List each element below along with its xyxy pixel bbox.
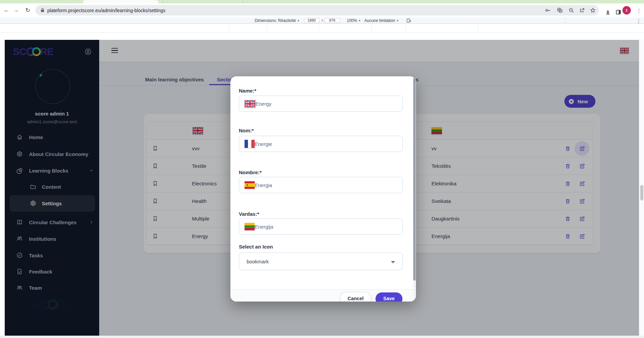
active-tab-remnant[interactable]	[83, 0, 159, 3]
icon-select-label: Select an Icon	[239, 244, 273, 250]
vardas-label: Vardas:*	[239, 211, 259, 217]
edit-sector-modal: Name:* Energy Nom:* Energie Nombre:* Ene	[230, 76, 416, 302]
france-flag-icon	[245, 140, 255, 148]
download-icon[interactable]	[605, 9, 611, 15]
password-key-icon[interactable]	[545, 7, 551, 13]
bookmark-star-icon[interactable]	[590, 7, 596, 13]
browser-menu-icon[interactable]: ⋮	[636, 7, 642, 14]
tab-separator	[243, 1, 243, 3]
page-scrollbar[interactable]	[639, 40, 644, 336]
dimensions-times: ×	[321, 18, 324, 23]
throttling-select[interactable]: Aucune limitation ▼	[364, 18, 399, 23]
forward-icon[interactable]: →	[12, 7, 20, 14]
devtools-device-toolbar: Dimensions: Réactivité ▼ 1880 × 876 100%…	[0, 18, 644, 24]
devtools-gap	[0, 32, 644, 40]
device-type-select[interactable]: Dimensions: Réactivité ▼	[255, 18, 300, 23]
url-bar[interactable]: plateform.projectscore.eu/admin/learning…	[35, 5, 599, 16]
zoom-out-icon[interactable]	[568, 7, 574, 13]
name-input[interactable]: Energy	[239, 96, 403, 112]
modal-scrollbar[interactable]	[413, 76, 416, 302]
translate-icon[interactable]	[557, 7, 563, 13]
url-text[interactable]: plateform.projectscore.eu/admin/learning…	[47, 8, 165, 13]
reload-icon[interactable]: ↻	[24, 7, 32, 14]
bottom-strip	[0, 336, 644, 338]
modal-scrollbar-thumb[interactable]	[413, 78, 416, 281]
nombre-label: Nombre:*	[239, 170, 262, 175]
name-label: Name:*	[239, 88, 256, 94]
uk-flag-icon	[245, 100, 255, 108]
save-button[interactable]: Save	[375, 292, 402, 302]
toolbar-separator	[565, 18, 565, 23]
browser-tab-strip	[0, 0, 644, 3]
tab-separator	[163, 1, 163, 3]
lock-icon	[40, 7, 45, 13]
share-icon[interactable]	[579, 7, 585, 13]
zoom-select[interactable]: 100% ▼	[347, 18, 361, 23]
nom-label: Nom:*	[239, 128, 254, 133]
icon-select[interactable]: bookmark	[239, 253, 403, 270]
page-scrollbar-thumb[interactable]	[640, 185, 643, 201]
browser-toolbar: ← → ↻ plateform.projectscore.eu/admin/le…	[0, 3, 644, 18]
media-query-bar	[0, 24, 644, 32]
nombre-input[interactable]: Energia	[239, 177, 403, 193]
avatar-letter: t	[626, 8, 627, 13]
select-caret-icon	[391, 261, 395, 263]
page-viewport: SCRE score admin 1 admin1.score@score.te…	[5, 40, 639, 336]
spain-flag-icon	[245, 181, 255, 189]
cancel-button[interactable]: Cancel	[340, 292, 371, 302]
rotate-device-icon[interactable]	[406, 18, 411, 23]
lithuania-flag-icon	[245, 223, 255, 230]
screen: ← → ↻ plateform.projectscore.eu/admin/le…	[0, 0, 644, 338]
nom-input[interactable]: Energie	[239, 136, 403, 152]
profile-avatar[interactable]: t	[622, 6, 631, 15]
side-panel-icon[interactable]	[615, 9, 621, 15]
viewport-width-input[interactable]: 1880	[304, 18, 319, 23]
viewport-height-input[interactable]: 876	[325, 18, 340, 23]
back-icon[interactable]: ←	[2, 7, 10, 14]
vardas-input[interactable]: Energija	[239, 218, 403, 235]
